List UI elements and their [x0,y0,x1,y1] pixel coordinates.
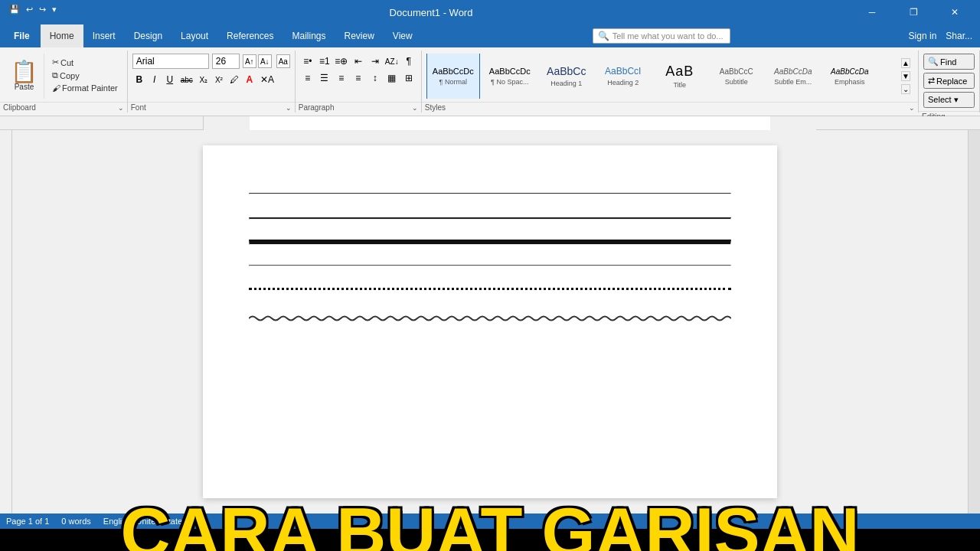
restore-button[interactable]: ❐ [896,0,931,24]
para-row2: ≡ ☰ ≡ ≡ ↕ ▦ ⊞ [300,70,416,86]
style-emphasis[interactable]: AaBbCcDa Emphasis [823,54,877,99]
shading-button[interactable]: ▦ [384,70,400,86]
style-title-preview: AaB [665,64,694,80]
decrease-font-size-button[interactable]: A↓ [258,54,272,68]
line-spacing-button[interactable]: ↕ [368,70,383,86]
style-subtle-emphasis-label: Subtle Em... [774,78,812,86]
banner-line1: CARA BUAT GARISAN SECARA [23,497,957,551]
ribbon-tabs: File Home Insert Design Layout Reference… [0,24,980,47]
superscript-button[interactable]: X² [212,72,226,87]
replace-icon: ⇄ [928,76,935,86]
tab-insert[interactable]: Insert [83,24,125,47]
style-emphasis-label: Emphasis [835,78,865,86]
tab-review[interactable]: Review [335,24,383,47]
tab-design[interactable]: Design [125,24,172,47]
undo-button[interactable]: ↩ [24,3,34,16]
line-thin [249,193,731,194]
tell-me-input[interactable]: 🔍 Tell me what you want to do... [593,28,730,44]
vertical-scrollbar[interactable] [968,130,980,514]
show-hide-button[interactable]: ¶ [401,54,416,69]
style-subtle-emphasis-preview: AaBbCcDa [774,67,812,77]
font-row2: B I U abc X₂ X² 🖊 A ✕A [132,72,290,87]
decrease-indent-button[interactable]: ⇤ [351,54,366,69]
style-heading1-preview: AaBbCc [547,65,586,78]
font-group-inner: A↑ A↓ Aa B I U abc X₂ X² 🖊 A ✕A [128,51,295,102]
format-painter-button[interactable]: 🖌 Format Painter [51,83,119,93]
select-button[interactable]: Select ▾ [923,92,975,108]
strikethrough-button[interactable]: abc [178,72,195,87]
style-normal[interactable]: AaBbCcDc ¶ Normal [426,54,480,99]
share-button[interactable]: Shar... [946,31,972,41]
clipboard-group: 📋 Paste ✂ Cut ⧉ Copy 🖌 Format Painter C [0,51,128,112]
sort-button[interactable]: AZ↓ [384,54,400,69]
increase-font-size-button[interactable]: A↑ [243,54,256,68]
bullets-button[interactable]: ≡• [300,54,315,69]
ribbon-right: Sign in Shar... [909,31,980,41]
style-no-spacing[interactable]: AaBbCcDc ¶ No Spac... [483,54,537,99]
borders-button[interactable]: ⊞ [401,70,416,86]
page-area[interactable] [12,130,968,514]
paragraph-group-inner: ≡• ≡1 ≡⊕ ⇤ ⇥ AZ↓ ¶ ≡ ☰ ≡ ≡ ↕ ▦ ⊞ [296,51,421,102]
style-subtitle[interactable]: AaBbCcC Subtitle [710,54,763,99]
clipboard-expand-button[interactable]: ⌄ [118,104,124,112]
styles-scroll-down-button[interactable]: ▼ [901,71,910,81]
document-page [203,145,777,498]
font-name-input[interactable] [132,54,209,69]
search-icon: 🔍 [928,57,939,67]
styles-expand-button[interactable]: ⌄ [909,104,915,112]
paragraph-expand-button[interactable]: ⌄ [412,104,418,112]
styles-more-button[interactable]: ⌄ [901,84,910,94]
font-size-input[interactable] [212,54,240,69]
increase-indent-button[interactable]: ⇥ [368,54,383,69]
tab-layout[interactable]: Layout [172,24,217,47]
line-wavy-svg [249,315,731,322]
tab-home[interactable]: Home [41,24,83,47]
style-heading2[interactable]: AaBbCcI Heading 2 [596,54,650,99]
window-title: Document1 - Word [8,7,854,18]
styles-scroll-up-button[interactable]: ▲ [901,58,910,68]
quick-access-more-button[interactable]: ▾ [51,3,58,16]
style-title[interactable]: AaB Title [653,54,707,99]
subscript-button[interactable]: X₂ [197,72,211,87]
font-expand-button[interactable]: ⌄ [286,104,292,112]
numbering-button[interactable]: ≡1 [317,54,332,69]
replace-button[interactable]: ⇄ Replace [923,73,975,89]
text-highlight-button[interactable]: 🖊 [227,72,241,87]
font-color-button[interactable]: A [243,72,256,87]
bold-button[interactable]: B [132,72,146,87]
paste-button[interactable]: 📋 Paste [5,54,44,99]
save-button[interactable]: 💾 [8,3,21,16]
style-heading1[interactable]: AaBbCc Heading 1 [540,54,593,99]
underline-button[interactable]: U [163,72,177,87]
cut-button[interactable]: ✂ Cut [51,57,119,68]
style-subtle-emphasis[interactable]: AaBbCcDa Subtle Em... [766,54,820,99]
tab-view[interactable]: View [384,24,422,47]
style-no-spacing-preview: AaBbCcDc [489,67,531,77]
italic-button[interactable]: I [148,72,162,87]
tab-mailings[interactable]: Mailings [283,24,335,47]
align-left-button[interactable]: ≡ [300,70,315,86]
quick-access-toolbar: 💾 ↩ ↪ ▾ [8,3,58,16]
tab-file[interactable]: File [3,24,41,47]
clear-formatting-button[interactable]: Aa [276,54,290,68]
line-hairline [249,265,731,266]
svg-rect-1 [250,116,770,130]
find-button[interactable]: 🔍 Find [923,54,975,70]
sign-in-button[interactable]: Sign in [909,31,937,41]
copy-button[interactable]: ⧉ Copy [51,70,119,81]
styles-group-footer: Styles ⌄ [422,102,918,112]
clear-all-formatting-button[interactable]: ✕A [258,72,276,87]
tab-references[interactable]: References [217,24,283,47]
minimize-button[interactable]: ─ [854,0,890,24]
titlebar: 💾 ↩ ↪ ▾ Document1 - Word ─ ❐ ✕ [0,0,980,24]
banner: CARA BUAT GARISAN SECARA AUTOMATIK DI MS… [0,529,980,551]
justify-button[interactable]: ≡ [351,70,366,86]
multilevel-list-button[interactable]: ≡⊕ [334,54,349,69]
format-painter-icon: 🖌 [52,83,60,93]
redo-button[interactable]: ↪ [38,3,47,16]
align-right-button[interactable]: ≡ [334,70,349,86]
line-demo-dotted [249,288,731,290]
align-center-button[interactable]: ☰ [317,70,332,86]
close-button[interactable]: ✕ [937,0,972,24]
style-title-label: Title [673,81,686,89]
